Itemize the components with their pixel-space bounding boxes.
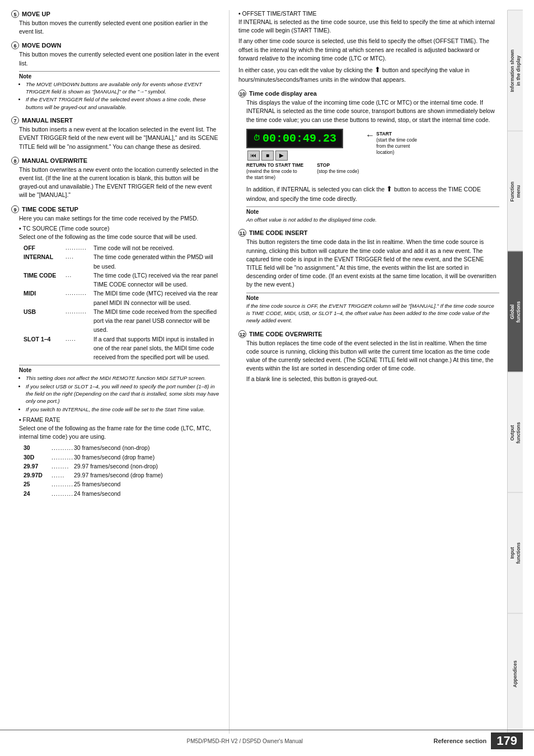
timecode-value: 00:00:49.23 bbox=[263, 132, 336, 145]
tab-input-functions[interactable]: Inputfunctions bbox=[508, 492, 523, 613]
timecode-display-row: ⏱ 00:00:49.23 bbox=[246, 129, 359, 148]
section-timecode-display: 10 Time code display area This displays … bbox=[238, 90, 499, 223]
time-code-insert-body: This button registers the time code data… bbox=[246, 238, 499, 289]
tc-note-2: If you select USB or SLOT 1–4, you will … bbox=[26, 383, 220, 405]
section-move-up: 5 MOVE UP This button moves the currentl… bbox=[11, 10, 220, 36]
note-label-3: Note bbox=[246, 209, 499, 215]
section-num-9: 9 bbox=[11, 205, 19, 213]
frame-row-30d: 30D .......... 30 frames/second (drop fr… bbox=[24, 453, 220, 462]
section-num-12: 12 bbox=[238, 330, 246, 338]
right-arrow-icon: ← bbox=[366, 131, 374, 140]
timecode-note: Note An offset value is not added to the… bbox=[246, 206, 499, 223]
frame-row-25: 25 .......... 25 frames/second bbox=[24, 480, 220, 489]
timecode-left-area: ⏱ 00:00:49.23 ⏮ ■ ▶ bbox=[246, 129, 359, 181]
manual-overwrite-title: 8 MANUAL OVERWRITE bbox=[11, 157, 220, 165]
section-num-11: 11 bbox=[238, 229, 246, 237]
time-code-overwrite-body2: If a blank line is selected, this button… bbox=[246, 375, 499, 383]
rewind-button[interactable]: ⏮ bbox=[247, 151, 260, 161]
tab-global-functions[interactable]: Globalfunctions bbox=[508, 251, 523, 372]
right-sidebar: Information shownin the display Function… bbox=[507, 10, 523, 734]
section-time-code-insert: 11 TIME CODE INSERT This button register… bbox=[238, 229, 499, 324]
tc-row-timecode: TIME CODE ... The time code (LTC) receiv… bbox=[24, 271, 220, 289]
tab-appendices[interactable]: Appendices bbox=[508, 613, 523, 734]
frame-rate-label: • FRAME RATE bbox=[19, 416, 220, 423]
tc-source-note: Note This setting does not affect the MI… bbox=[19, 365, 220, 412]
tc-source-section: • TC SOURCE (Time code source) Select on… bbox=[19, 225, 220, 413]
section-num-6: 6 bbox=[11, 41, 19, 49]
note-item-2: If the EVENT TRIGGER field of the select… bbox=[26, 96, 220, 111]
play-button[interactable]: ▶ bbox=[275, 151, 288, 161]
footer-center-text: PM5D/PM5D-RH V2 / DSP5D Owner's Manual bbox=[56, 738, 434, 744]
note-label-4: Note bbox=[246, 295, 499, 301]
timecode-display-box: ⏱ 00:00:49.23 bbox=[246, 129, 343, 148]
stop-label: STOP (stop the time code) bbox=[317, 162, 359, 181]
move-down-title: 6 MOVE DOWN bbox=[11, 41, 220, 49]
main-content: 5 MOVE UP This button moves the currentl… bbox=[11, 10, 505, 734]
tc-clock-icon: ⏱ bbox=[253, 134, 260, 143]
offset-time-section: • OFFSET TIME/START TIME If INTERNAL is … bbox=[238, 10, 499, 84]
tc-source-intro: Select one of the following as the time … bbox=[19, 233, 220, 241]
frame-row-2997d: 29.97D ...... 29.97 frames/second (drop … bbox=[24, 471, 220, 480]
time-code-insert-note-body: If the time code source is OFF, the EVEN… bbox=[246, 302, 499, 325]
start-annotation: ← START (start the time code from the cu… bbox=[366, 129, 417, 156]
stop-button[interactable]: ■ bbox=[261, 151, 274, 161]
footer-ref-label: Reference section bbox=[434, 738, 487, 744]
section-num-10: 10 bbox=[238, 90, 246, 97]
timecode-visual-area: ⏱ 00:00:49.23 ⏮ ■ ▶ bbox=[246, 129, 499, 181]
left-column: 5 MOVE UP This button moves the currentl… bbox=[11, 10, 229, 734]
timecode-note-body: An offset value is not added to the disp… bbox=[246, 216, 499, 223]
offset-para3: In either case, you can edit the value b… bbox=[238, 65, 499, 84]
tc-source-note-list: This setting does not affect the MIDI RE… bbox=[19, 374, 220, 412]
tc-source-label: • TC SOURCE (Time code source) bbox=[19, 225, 220, 232]
transport-controls: ⏮ ■ ▶ bbox=[247, 151, 359, 161]
frame-row-2997: 29.97 ........ 29.97 frames/second (non-… bbox=[24, 462, 220, 471]
timecode-additional: In addition, if INTERNAL is selected you… bbox=[246, 184, 499, 203]
tab-output-functions[interactable]: Outputfunctions bbox=[508, 372, 523, 493]
move-down-body: This button moves the currently selected… bbox=[19, 50, 220, 67]
section-time-code-setup: 9 TIME CODE SETUP Here you can make sett… bbox=[11, 205, 220, 498]
return-to-start-label: RETURN TO START TIME (rewind the time co… bbox=[246, 162, 303, 181]
time-code-insert-title: 11 TIME CODE INSERT bbox=[238, 229, 499, 237]
right-column: • OFFSET TIME/START TIME If INTERNAL is … bbox=[229, 10, 499, 734]
time-code-overwrite-title: 12 TIME CODE OVERWRITE bbox=[238, 330, 499, 338]
page-container: 5 MOVE UP This button moves the currentl… bbox=[0, 0, 534, 756]
tab-function-menu[interactable]: Functionmenu bbox=[508, 131, 523, 252]
move-down-note-list: The MOVE UP/DOWN buttons are available o… bbox=[19, 81, 220, 111]
section-num-8: 8 bbox=[11, 157, 19, 165]
tc-source-table: OFF .......... Time code will not be rec… bbox=[24, 243, 220, 361]
timecode-display-body: This displays the value of the incoming … bbox=[246, 98, 499, 124]
section-num-7: 7 bbox=[11, 116, 19, 124]
transport-labels: RETURN TO START TIME (rewind the time co… bbox=[246, 162, 359, 181]
section-move-down: 6 MOVE DOWN This button moves the curren… bbox=[11, 41, 220, 111]
footer-page-number: 179 bbox=[491, 732, 523, 749]
tc-row-midi: MIDI .......... The MIDI time code (MTC)… bbox=[24, 289, 220, 307]
manual-insert-title: 7 MANUAL INSERT bbox=[11, 116, 220, 124]
frame-rate-table: 30 .......... 30 frames/second (non-drop… bbox=[24, 443, 220, 498]
frame-rate-section: • FRAME RATE Select one of the following… bbox=[19, 416, 220, 498]
section-manual-insert: 7 MANUAL INSERT This button inserts a ne… bbox=[11, 116, 220, 151]
start-label-text: START (start the time code from the curr… bbox=[376, 131, 417, 156]
note-label-2: Note bbox=[19, 367, 220, 373]
note-item-1: The MOVE UP/DOWN buttons are available o… bbox=[26, 81, 220, 96]
frame-row-24: 24 .......... 24 frames/second bbox=[24, 489, 220, 498]
move-up-title: 5 MOVE UP bbox=[11, 10, 220, 18]
note-label-1: Note bbox=[19, 73, 220, 79]
tc-note-3: If you switch to INTERNAL, the time code… bbox=[26, 406, 220, 413]
start-arrow-area: ← START (start the time code from the cu… bbox=[366, 131, 417, 156]
footer-right: Reference section 179 bbox=[434, 732, 523, 749]
tc-note-1: This setting does not affect the MIDI RE… bbox=[26, 374, 220, 382]
tc-row-internal: INTERNAL .... The time code generated wi… bbox=[24, 252, 220, 271]
move-down-note: Note The MOVE UP/DOWN buttons are availa… bbox=[19, 71, 220, 111]
section-manual-overwrite: 8 MANUAL OVERWRITE This button overwrite… bbox=[11, 157, 220, 200]
tc-row-usb: USB .......... The MIDI time code receiv… bbox=[24, 307, 220, 335]
tc-row-slot: SLOT 1–4 ..... If a card that supports M… bbox=[24, 335, 220, 362]
frame-rate-intro: Select one of the following as the frame… bbox=[19, 424, 220, 441]
offset-time-label: • OFFSET TIME/START TIME bbox=[238, 10, 499, 17]
time-code-setup-body: Here you can make settings for the time … bbox=[19, 214, 220, 223]
tc-row-off: OFF .......... Time code will not be rec… bbox=[24, 243, 220, 252]
time-code-setup-title: 9 TIME CODE SETUP bbox=[11, 205, 220, 213]
offset-para1: If INTERNAL is selected as the time code… bbox=[238, 18, 499, 35]
offset-para2: If any other time code source is selecte… bbox=[238, 37, 499, 63]
frame-row-30: 30 .......... 30 frames/second (non-drop… bbox=[24, 443, 220, 452]
tab-information-shown[interactable]: Information shownin the display bbox=[508, 10, 523, 131]
